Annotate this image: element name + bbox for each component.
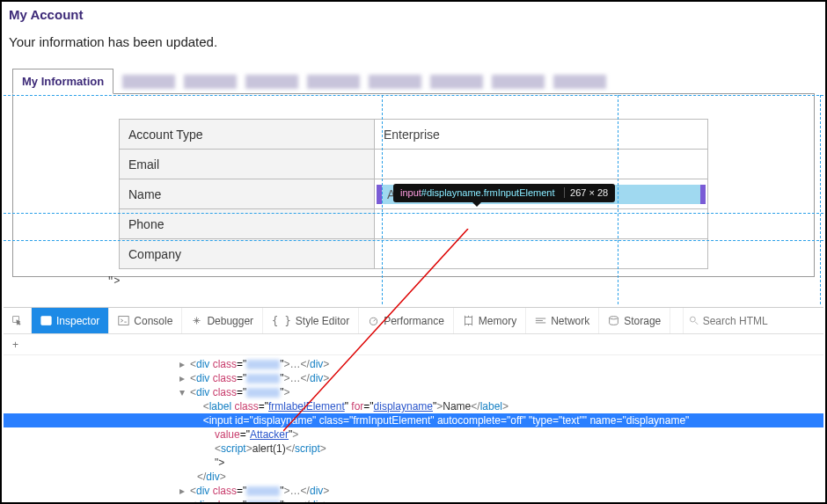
svg-rect-3: [119, 317, 128, 325]
dom-collapsed-div: ▸<div class="">…</div>: [4, 484, 823, 498]
dom-close-div: </div>: [4, 470, 823, 484]
dom-stray-text: ">: [4, 456, 823, 470]
tab-bar: My Information: [12, 69, 815, 94]
devtools-panel: Inspector Console Debugger { } Style Edi…: [4, 307, 823, 500]
devtools-tab-inspector[interactable]: Inspector: [32, 308, 109, 333]
value-company[interactable]: [375, 239, 708, 269]
label-email: Email: [120, 150, 375, 179]
page-title: My Account: [2, 2, 825, 22]
element-inspector-tooltip: input#displayname.frmInputElement 267 × …: [393, 184, 615, 202]
name-value-overflow: ">: [2, 275, 825, 288]
row-company: Company: [120, 239, 708, 269]
dom-expanded-div: ▾<div class="">: [4, 385, 823, 399]
devtools-tab-debugger[interactable]: Debugger: [182, 308, 263, 333]
svg-point-4: [370, 318, 377, 325]
row-phone: Phone: [120, 209, 708, 239]
value-phone[interactable]: [375, 209, 708, 239]
svg-rect-2: [41, 317, 51, 325]
svg-point-6: [610, 317, 618, 319]
value-account-type: Enterprise: [375, 120, 708, 150]
tab-my-information[interactable]: My Information: [12, 69, 113, 94]
devtools-tab-console[interactable]: Console: [109, 308, 182, 333]
devtools-tab-storage[interactable]: Storage: [599, 308, 670, 333]
dom-tree[interactable]: ▸<div class="">…</div> ▸<div class="">…<…: [4, 355, 823, 504]
dom-label-line: <label class="frmlabelElement" for="disp…: [4, 399, 823, 413]
dom-collapsed-div: ▸<div class="">…</div>: [4, 371, 823, 385]
devtools-tab-memory[interactable]: Memory: [454, 308, 526, 333]
devtools-search-input[interactable]: [703, 315, 818, 327]
row-account-type: Account Type Enterprise: [120, 120, 708, 150]
svg-point-7: [690, 317, 695, 322]
label-name: Name: [120, 179, 375, 209]
inactive-tabs-blurred: [122, 69, 815, 93]
label-company: Company: [120, 239, 375, 269]
label-phone: Phone: [120, 209, 375, 239]
dom-input-value-line: value="Attacker">: [4, 427, 823, 442]
row-email: Email: [120, 150, 708, 179]
devtools-tab-network[interactable]: Network: [526, 308, 599, 333]
pick-element-icon[interactable]: [4, 308, 32, 333]
search-icon: [689, 315, 699, 326]
devtools-tab-performance[interactable]: Performance: [359, 308, 454, 333]
devtools-tab-style-editor[interactable]: { } Style Editor: [263, 308, 359, 333]
dom-collapsed-div: ▸<div class="">…</div>: [4, 357, 823, 371]
svg-rect-5: [465, 317, 472, 324]
update-message: Your information has been updated.: [2, 22, 825, 69]
dom-script-line: <script>alert(1)</script>: [4, 442, 823, 456]
devtools-tabs: Inspector Console Debugger { } Style Edi…: [4, 308, 823, 334]
dom-input-line-selected: <input id="displayname" class="frmInputE…: [4, 413, 823, 427]
devtools-search[interactable]: [683, 308, 823, 333]
label-account-type: Account Type: [120, 120, 375, 150]
value-email[interactable]: [375, 150, 708, 179]
devtools-add-tab[interactable]: +: [4, 334, 823, 355]
dom-collapsed-div: ▸<div class="">…</div>: [4, 498, 823, 504]
